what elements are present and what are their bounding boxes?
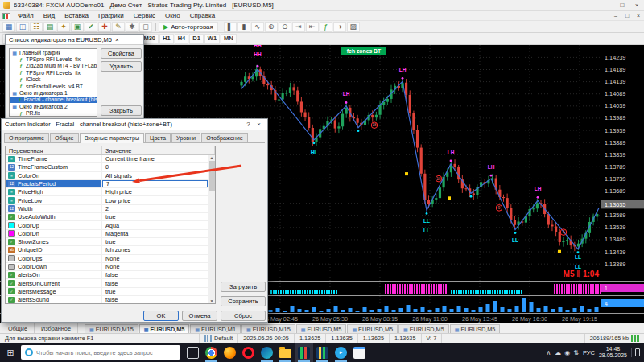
- scroll-thumb[interactable]: [209, 161, 215, 191]
- strategy-tester-icon[interactable]: ✔: [85, 22, 97, 32]
- dialog-tab-5[interactable]: Отображение: [201, 133, 248, 142]
- param-row-ShowZones[interactable]: ✓ShowZonestrue: [6, 238, 208, 246]
- task-notepad-icon[interactable]: [350, 343, 369, 362]
- param-value-UniqueID[interactable]: fch zones: [102, 246, 208, 253]
- options-icon[interactable]: ✱: [126, 22, 138, 32]
- maximize-button[interactable]: □: [615, 2, 630, 9]
- chart-tab-0[interactable]: ▦EURUSD,M15: [85, 324, 138, 333]
- profiles-icon[interactable]: ◫: [16, 22, 29, 32]
- param-row-UniqueID[interactable]: abUniqueIDfch zones: [6, 246, 208, 254]
- task-telegram-icon[interactable]: ▸: [332, 343, 350, 362]
- param-value-ColorDn[interactable]: Magenta: [102, 230, 208, 237]
- chart-shift-icon[interactable]: ⇤: [306, 22, 319, 32]
- param-value-FractalsPeriod[interactable]: 7: [102, 180, 208, 187]
- param-value-Width[interactable]: 2: [102, 205, 208, 212]
- bar-chart-icon[interactable]: ▌: [224, 22, 237, 32]
- dialog-close-icon[interactable]: ×: [112, 36, 122, 43]
- param-value-ColorUps[interactable]: None: [102, 255, 208, 262]
- param-value-PriceHigh[interactable]: High price: [102, 188, 208, 195]
- dialog-close-icon[interactable]: ×: [254, 121, 264, 128]
- child-close-button[interactable]: ×: [633, 13, 644, 19]
- scroll-down-icon[interactable]: ▼: [210, 298, 214, 303]
- menu-item-3[interactable]: Графики: [93, 12, 129, 19]
- chart-tab-7[interactable]: ▦EURUSD,M5: [450, 324, 501, 333]
- data-window-icon[interactable]: ▤: [43, 22, 56, 32]
- chart-tab-6[interactable]: ▦EURUSD,M5: [398, 324, 449, 333]
- task-chrome-icon[interactable]: [202, 343, 221, 362]
- param-value-TimeFrameCustom[interactable]: 0: [102, 163, 208, 171]
- menu-item-4[interactable]: Сервис: [129, 12, 160, 19]
- param-value-ColorUp[interactable]: Aqua: [102, 221, 208, 228]
- tree-item-3[interactable]: ƒTPSpro RFI Levels_fix: [10, 69, 97, 76]
- tree-item-4[interactable]: ƒiClock: [10, 76, 97, 83]
- param-row-ColorDown[interactable]: ColorDownNone: [6, 263, 208, 271]
- param-row-ColorUps[interactable]: ColorUpsNone: [6, 255, 208, 263]
- auto-scroll-icon[interactable]: ⇥: [292, 22, 305, 32]
- param-value-PriceLow[interactable]: Low price: [102, 196, 208, 204]
- network-icon[interactable]: ⇅: [573, 349, 579, 356]
- param-row-ColorUp[interactable]: ColorUpAqua: [6, 221, 208, 229]
- status-profile[interactable]: Default: [200, 334, 238, 343]
- reset-button[interactable]: Сброс: [221, 311, 266, 321]
- bottom-tab-0[interactable]: Общие: [2, 323, 35, 333]
- task-opera-icon[interactable]: [239, 343, 258, 362]
- param-value-alertsMessage[interactable]: true: [102, 288, 208, 295]
- candlestick-chart-icon[interactable]: ▮: [237, 22, 250, 32]
- cancel-button[interactable]: Отмена: [182, 311, 217, 321]
- scroll-up-icon[interactable]: ▲: [210, 155, 214, 160]
- market-watch-icon[interactable]: ☷: [30, 22, 43, 32]
- tree-group-0[interactable]: ▦Главный график: [10, 49, 97, 56]
- close-button[interactable]: ×: [630, 2, 644, 9]
- tree-item-1[interactable]: ƒTPSpro RFI Levels_fix: [10, 56, 97, 62]
- param-value-alertsOn[interactable]: false: [102, 271, 208, 278]
- load-button[interactable]: Загрузить: [221, 282, 266, 292]
- shield-icon[interactable]: ◉: [564, 349, 570, 356]
- chart-tab-3[interactable]: ▦EURUSD,M15: [242, 324, 295, 333]
- timeframe-button-d1[interactable]: D1: [189, 34, 204, 44]
- tree-group-8[interactable]: ▦Окно индикатора 2: [10, 103, 97, 109]
- param-row-ColorDn[interactable]: ColorDnMagenta: [6, 230, 208, 238]
- task-edge-icon[interactable]: [258, 343, 276, 362]
- terminal-icon[interactable]: ▣: [71, 22, 84, 32]
- param-row-PriceHigh[interactable]: ≡PriceHighHigh price: [6, 188, 208, 196]
- param-row-PriceLow[interactable]: ≡PriceLowLow price: [6, 196, 208, 204]
- param-row-Width[interactable]: 12Width2: [6, 205, 208, 213]
- tree-item-9[interactable]: ƒPR.fix: [10, 110, 97, 117]
- zoom-out-icon[interactable]: ⊖: [279, 22, 291, 32]
- ok-button[interactable]: OK: [143, 311, 179, 321]
- task-metatrader4-icon[interactable]: [295, 343, 313, 362]
- navigator-icon[interactable]: ✦: [57, 22, 70, 32]
- param-row-FractalsPeriod[interactable]: 12FractalsPeriod7: [6, 180, 208, 188]
- notification-center-icon[interactable]: [631, 348, 640, 357]
- menu-item-6[interactable]: Справка: [185, 12, 220, 19]
- chart-tab-4[interactable]: ▦EURUSD,M5: [296, 324, 347, 333]
- param-row-alertsSound[interactable]: ✓alertsSoundfalse: [6, 296, 208, 303]
- fullscreen-icon[interactable]: ◻: [139, 22, 152, 32]
- task-firefox-icon[interactable]: [221, 343, 239, 362]
- dialog-tab-0[interactable]: О программе: [4, 133, 49, 142]
- delete-button[interactable]: Удалить: [101, 61, 142, 72]
- param-value-ShowZones[interactable]: true: [102, 238, 208, 245]
- menu-item-1[interactable]: Вид: [39, 12, 60, 19]
- chart-tab-2[interactable]: ▦EURUSD,M1: [190, 324, 241, 333]
- table-scrollbar[interactable]: ▲ ▼: [208, 155, 215, 303]
- taskbar-search[interactable]: [21, 345, 180, 360]
- menu-item-2[interactable]: Вставка: [60, 12, 93, 19]
- param-value-ColorDown[interactable]: None: [102, 263, 208, 270]
- task-file-explorer-icon[interactable]: [276, 343, 295, 362]
- chart-tab-5[interactable]: ▦EURUSD,M5: [347, 324, 398, 333]
- param-row-alertsOn[interactable]: ✓alertsOnfalse: [6, 271, 208, 279]
- param-row-alertsMessage[interactable]: ✓alertsMessagetrue: [6, 288, 208, 296]
- templates-icon[interactable]: ▨: [347, 22, 360, 32]
- timeframe-button-h1[interactable]: H1: [159, 34, 174, 44]
- properties-button[interactable]: Свойства: [101, 48, 142, 59]
- tree-item-7[interactable]: ƒFractal - channel breakout (histo+zone+…: [10, 97, 97, 103]
- onedrive-icon[interactable]: ☁: [555, 349, 561, 356]
- param-row-alertsOnCurrent[interactable]: ✓alertsOnCurrentfalse: [6, 279, 208, 287]
- dialog-tab-3[interactable]: Цвета: [145, 133, 171, 142]
- line-chart-icon[interactable]: ∿: [251, 22, 264, 32]
- dialog-tab-2[interactable]: Входные параметры: [80, 133, 144, 143]
- param-row-UseAutoWidth[interactable]: ✓UseAutoWidthtrue: [6, 213, 208, 221]
- param-value-alertsOnCurrent[interactable]: false: [102, 279, 208, 286]
- dialog-tab-1[interactable]: Общие: [50, 133, 79, 142]
